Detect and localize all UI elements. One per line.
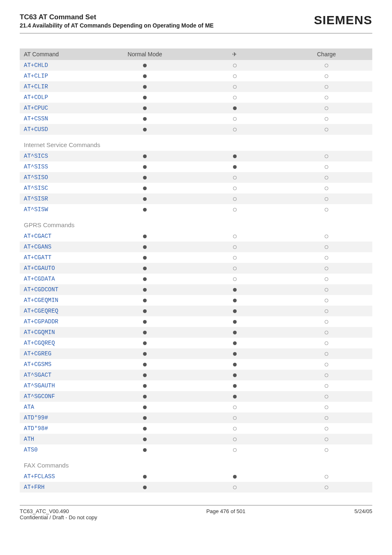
at-command-link[interactable]: AT+CGEQMIN: [20, 295, 101, 306]
dot-filled-icon: [233, 384, 237, 388]
table-row: AT+CLIP: [20, 71, 372, 81]
dot-filled-icon: [233, 154, 237, 158]
at-command-link[interactable]: ATD*98#: [20, 423, 101, 434]
at-command-link[interactable]: AT^SISS: [20, 161, 101, 172]
dot-filled-icon: [233, 309, 237, 313]
at-command-link[interactable]: AT^SGACT: [20, 370, 101, 380]
at-command-link[interactable]: ATS0: [20, 444, 101, 455]
dot-filled-icon: [143, 128, 147, 131]
dot-empty-icon: [325, 197, 328, 201]
table-row: ATH: [20, 434, 372, 444]
dot-filled-icon: [143, 96, 147, 99]
table-row: AT+CSSN: [20, 113, 372, 124]
at-command-link[interactable]: AT^SGCONF: [20, 391, 101, 402]
table-body: AT+CHLDAT+CLIPAT+CLIRAT+COLPAT+CPUCAT+CS…: [20, 60, 372, 493]
dot-empty-icon: [233, 117, 237, 121]
dot-filled-icon: [143, 448, 147, 452]
footer-version: TC63_ATC_V00.490: [20, 508, 97, 514]
dot-empty-icon: [233, 448, 237, 452]
at-command-link[interactable]: AT+CGQMIN: [20, 327, 101, 338]
table-row: AT^SISC: [20, 183, 372, 193]
dot-filled-icon: [233, 331, 237, 334]
at-command-link[interactable]: AT+CGREG: [20, 348, 101, 359]
section-header: GPRS Commands: [20, 215, 372, 231]
dot-filled-icon: [143, 235, 147, 238]
dot-empty-icon: [325, 96, 328, 99]
dot-empty-icon: [325, 486, 328, 489]
at-command-link[interactable]: AT+CSSN: [20, 113, 101, 124]
at-command-link[interactable]: AT+CGDCONT: [20, 284, 101, 295]
dot-empty-icon: [233, 267, 237, 270]
dot-filled-icon: [143, 486, 147, 489]
table-row: AT+FRH: [20, 482, 372, 493]
dot-filled-icon: [143, 395, 147, 398]
table-row: AT^SISS: [20, 161, 372, 172]
table-row: AT+CGQMIN: [20, 327, 372, 338]
at-command-link[interactable]: AT+CGANS: [20, 242, 101, 252]
at-command-link[interactable]: AT+CGACT: [20, 231, 101, 242]
dot-filled-icon: [233, 106, 237, 110]
at-command-link[interactable]: AT^SGAUTH: [20, 380, 101, 391]
dot-empty-icon: [233, 277, 237, 281]
dot-empty-icon: [233, 208, 237, 212]
dot-empty-icon: [325, 117, 328, 121]
dot-filled-icon: [143, 438, 147, 441]
table-row: AT+CGPADDR: [20, 316, 372, 327]
at-command-link[interactable]: AT+CLIP: [20, 71, 101, 81]
at-command-link[interactable]: ATA: [20, 402, 101, 412]
dot-empty-icon: [325, 352, 328, 356]
table-row: AT+CUSD: [20, 124, 372, 135]
at-command-link[interactable]: AT+CGQREQ: [20, 338, 101, 348]
dot-empty-icon: [325, 154, 328, 158]
dot-empty-icon: [233, 416, 237, 420]
dot-empty-icon: [233, 64, 237, 67]
at-command-link[interactable]: AT+CGSMS: [20, 359, 101, 370]
at-command-link[interactable]: AT+CGATT: [20, 252, 101, 263]
at-command-link[interactable]: AT^SISO: [20, 172, 101, 183]
dot-filled-icon: [143, 384, 147, 388]
at-command-link[interactable]: AT+CHLD: [20, 60, 101, 71]
dot-filled-icon: [143, 277, 147, 281]
dot-filled-icon: [233, 475, 237, 479]
at-command-link[interactable]: AT+CGPADDR: [20, 316, 101, 327]
at-command-link[interactable]: ATD*99#: [20, 412, 101, 423]
at-command-link[interactable]: AT+COLP: [20, 92, 101, 103]
dot-filled-icon: [143, 208, 147, 212]
at-command-link[interactable]: AT+CPUC: [20, 103, 101, 113]
at-command-link[interactable]: AT+CLIR: [20, 81, 101, 92]
table-row: AT+CHLD: [20, 60, 372, 71]
at-command-link[interactable]: AT^SISW: [20, 204, 101, 215]
dot-filled-icon: [233, 165, 237, 169]
at-command-link[interactable]: ATH: [20, 434, 101, 444]
page-header: TC63 AT Command Set 21.4 Availability of…: [20, 13, 372, 34]
at-command-link[interactable]: AT^SISC: [20, 183, 101, 193]
dot-empty-icon: [233, 427, 237, 431]
dot-empty-icon: [325, 331, 328, 334]
doc-subtitle: 21.4 Availability of AT Commands Dependi…: [20, 22, 214, 29]
dot-filled-icon: [143, 416, 147, 420]
col-airplane: ✈: [189, 48, 281, 60]
table-row: AT+CGSMS: [20, 359, 372, 370]
at-command-link[interactable]: AT+CGAUTO: [20, 263, 101, 274]
footer-page: Page 476 of 501: [206, 508, 245, 520]
at-command-link[interactable]: AT+CUSD: [20, 124, 101, 135]
table-row: AT+CGREG: [20, 348, 372, 359]
table-row: AT^SICS: [20, 151, 372, 161]
at-command-link[interactable]: AT+CGEQREQ: [20, 306, 101, 316]
dot-empty-icon: [325, 320, 328, 324]
dot-empty-icon: [325, 235, 328, 238]
at-command-link[interactable]: AT^SICS: [20, 151, 101, 161]
table-header-row: AT Command Normal Mode ✈ Charge: [20, 48, 372, 60]
dot-empty-icon: [325, 187, 328, 190]
at-command-link[interactable]: AT+CGDATA: [20, 274, 101, 284]
at-command-link[interactable]: AT+FRH: [20, 482, 101, 493]
table-row: AT+CGDCONT: [20, 284, 372, 295]
at-command-link[interactable]: AT^SISR: [20, 193, 101, 204]
table-row: ATA: [20, 402, 372, 412]
dot-empty-icon: [325, 267, 328, 270]
section-title: Internet Service Commands: [20, 135, 372, 151]
at-command-link[interactable]: AT+FCLASS: [20, 471, 101, 482]
table-row: AT+CGAUTO: [20, 263, 372, 274]
table-row: ATD*99#: [20, 412, 372, 423]
section-title: FAX Commands: [20, 455, 372, 471]
